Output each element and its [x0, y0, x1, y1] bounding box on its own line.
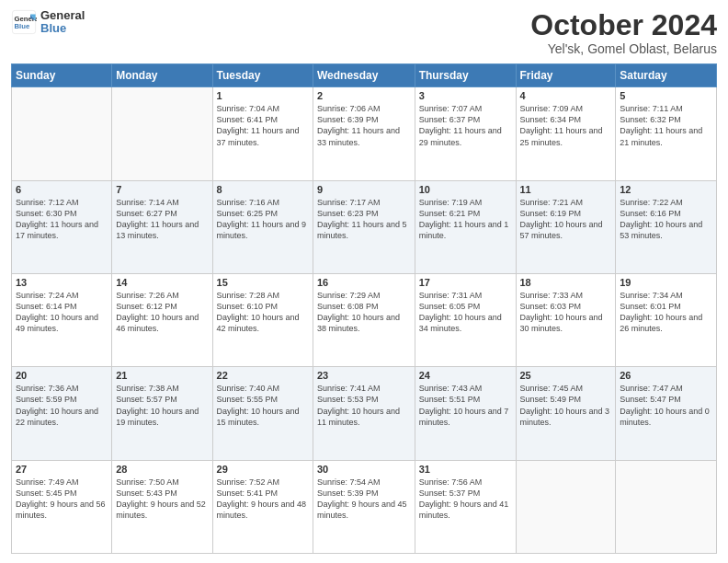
- day-info: Sunrise: 7:43 AM Sunset: 5:51 PM Dayligh…: [419, 383, 512, 428]
- day-number: 7: [116, 184, 208, 195]
- day-info: Sunrise: 7:19 AM Sunset: 6:21 PM Dayligh…: [419, 197, 512, 242]
- weekday-header-monday: Monday: [112, 64, 212, 87]
- week-row-0: 1Sunrise: 7:04 AM Sunset: 6:41 PM Daylig…: [12, 87, 717, 180]
- day-number: 10: [419, 184, 512, 195]
- day-number: 24: [419, 370, 512, 381]
- day-number: 13: [16, 277, 108, 288]
- day-number: 9: [317, 184, 411, 195]
- day-info: Sunrise: 7:49 AM Sunset: 5:45 PM Dayligh…: [16, 477, 108, 522]
- calendar-cell: 24Sunrise: 7:43 AM Sunset: 5:51 PM Dayli…: [415, 367, 516, 460]
- day-number: 29: [217, 464, 309, 475]
- day-info: Sunrise: 7:38 AM Sunset: 5:57 PM Dayligh…: [116, 383, 208, 428]
- calendar-cell: 5Sunrise: 7:11 AM Sunset: 6:32 PM Daylig…: [616, 87, 717, 180]
- day-number: 8: [217, 184, 309, 195]
- day-number: 1: [217, 90, 309, 101]
- svg-text:Blue: Blue: [15, 22, 30, 30]
- calendar-cell: 2Sunrise: 7:06 AM Sunset: 6:39 PM Daylig…: [313, 87, 415, 180]
- calendar-cell: [616, 460, 717, 553]
- day-number: 2: [317, 90, 411, 101]
- page: General Blue General Blue October 2024 Y…: [0, 0, 728, 563]
- day-info: Sunrise: 7:56 AM Sunset: 5:37 PM Dayligh…: [419, 477, 512, 522]
- calendar-cell: 13Sunrise: 7:24 AM Sunset: 6:14 PM Dayli…: [12, 273, 112, 366]
- calendar-table: SundayMondayTuesdayWednesdayThursdayFrid…: [11, 63, 717, 554]
- week-row-2: 13Sunrise: 7:24 AM Sunset: 6:14 PM Dayli…: [12, 273, 717, 366]
- day-number: 4: [520, 90, 612, 101]
- day-number: 12: [620, 184, 712, 195]
- calendar-cell: 26Sunrise: 7:47 AM Sunset: 5:47 PM Dayli…: [616, 367, 717, 460]
- day-number: 19: [620, 277, 712, 288]
- day-info: Sunrise: 7:24 AM Sunset: 6:14 PM Dayligh…: [16, 290, 108, 335]
- weekday-header-row: SundayMondayTuesdayWednesdayThursdayFrid…: [12, 64, 717, 87]
- location: Yel'sk, Gomel Oblast, Belarus: [530, 41, 717, 56]
- day-info: Sunrise: 7:06 AM Sunset: 6:39 PM Dayligh…: [317, 103, 411, 148]
- calendar-cell: 25Sunrise: 7:45 AM Sunset: 5:49 PM Dayli…: [516, 367, 616, 460]
- day-info: Sunrise: 7:47 AM Sunset: 5:47 PM Dayligh…: [620, 383, 712, 428]
- day-number: 25: [520, 370, 612, 381]
- day-info: Sunrise: 7:45 AM Sunset: 5:49 PM Dayligh…: [520, 383, 612, 428]
- calendar-cell: 29Sunrise: 7:52 AM Sunset: 5:41 PM Dayli…: [212, 460, 313, 553]
- logo: General Blue General Blue: [11, 9, 85, 36]
- calendar-cell: [516, 460, 616, 553]
- day-info: Sunrise: 7:09 AM Sunset: 6:34 PM Dayligh…: [520, 103, 612, 148]
- day-info: Sunrise: 7:26 AM Sunset: 6:12 PM Dayligh…: [116, 290, 208, 335]
- day-info: Sunrise: 7:11 AM Sunset: 6:32 PM Dayligh…: [620, 103, 712, 148]
- day-number: 6: [16, 184, 108, 195]
- day-info: Sunrise: 7:52 AM Sunset: 5:41 PM Dayligh…: [217, 477, 309, 522]
- day-info: Sunrise: 7:50 AM Sunset: 5:43 PM Dayligh…: [116, 477, 208, 522]
- calendar-cell: 28Sunrise: 7:50 AM Sunset: 5:43 PM Dayli…: [112, 460, 212, 553]
- month-title: October 2024: [530, 9, 717, 41]
- calendar-cell: 27Sunrise: 7:49 AM Sunset: 5:45 PM Dayli…: [12, 460, 112, 553]
- day-info: Sunrise: 7:41 AM Sunset: 5:53 PM Dayligh…: [317, 383, 411, 428]
- day-number: 5: [620, 90, 712, 101]
- calendar-cell: [12, 87, 112, 180]
- day-info: Sunrise: 7:54 AM Sunset: 5:39 PM Dayligh…: [317, 477, 411, 522]
- day-info: Sunrise: 7:16 AM Sunset: 6:25 PM Dayligh…: [217, 197, 309, 242]
- calendar-cell: [112, 87, 212, 180]
- day-number: 27: [16, 464, 108, 475]
- day-number: 3: [419, 90, 512, 101]
- day-number: 20: [16, 370, 108, 381]
- calendar-cell: 9Sunrise: 7:17 AM Sunset: 6:23 PM Daylig…: [313, 180, 415, 273]
- weekday-header-wednesday: Wednesday: [313, 64, 415, 87]
- logo-blue: Blue: [40, 22, 85, 35]
- calendar-cell: 6Sunrise: 7:12 AM Sunset: 6:30 PM Daylig…: [12, 180, 112, 273]
- day-info: Sunrise: 7:07 AM Sunset: 6:37 PM Dayligh…: [419, 103, 512, 148]
- day-info: Sunrise: 7:29 AM Sunset: 6:08 PM Dayligh…: [317, 290, 411, 335]
- calendar-cell: 15Sunrise: 7:28 AM Sunset: 6:10 PM Dayli…: [212, 273, 313, 366]
- title-block: October 2024 Yel'sk, Gomel Oblast, Belar…: [530, 9, 717, 56]
- week-row-4: 27Sunrise: 7:49 AM Sunset: 5:45 PM Dayli…: [12, 460, 717, 553]
- day-number: 22: [217, 370, 309, 381]
- day-info: Sunrise: 7:31 AM Sunset: 6:05 PM Dayligh…: [419, 290, 512, 335]
- calendar-cell: 17Sunrise: 7:31 AM Sunset: 6:05 PM Dayli…: [415, 273, 516, 366]
- calendar-cell: 7Sunrise: 7:14 AM Sunset: 6:27 PM Daylig…: [112, 180, 212, 273]
- day-info: Sunrise: 7:14 AM Sunset: 6:27 PM Dayligh…: [116, 197, 208, 242]
- day-number: 21: [116, 370, 208, 381]
- day-info: Sunrise: 7:22 AM Sunset: 6:16 PM Dayligh…: [620, 197, 712, 242]
- day-number: 11: [520, 184, 612, 195]
- day-info: Sunrise: 7:40 AM Sunset: 5:55 PM Dayligh…: [217, 383, 309, 428]
- day-number: 18: [520, 277, 612, 288]
- logo-general: General: [40, 9, 85, 22]
- day-info: Sunrise: 7:12 AM Sunset: 6:30 PM Dayligh…: [16, 197, 108, 242]
- weekday-header-tuesday: Tuesday: [212, 64, 313, 87]
- calendar-cell: 4Sunrise: 7:09 AM Sunset: 6:34 PM Daylig…: [516, 87, 616, 180]
- weekday-header-friday: Friday: [516, 64, 616, 87]
- day-info: Sunrise: 7:21 AM Sunset: 6:19 PM Dayligh…: [520, 197, 612, 242]
- calendar-cell: 8Sunrise: 7:16 AM Sunset: 6:25 PM Daylig…: [212, 180, 313, 273]
- day-number: 14: [116, 277, 208, 288]
- weekday-header-saturday: Saturday: [616, 64, 717, 87]
- calendar-cell: 21Sunrise: 7:38 AM Sunset: 5:57 PM Dayli…: [112, 367, 212, 460]
- calendar-cell: 31Sunrise: 7:56 AM Sunset: 5:37 PM Dayli…: [415, 460, 516, 553]
- day-number: 23: [317, 370, 411, 381]
- calendar-cell: 23Sunrise: 7:41 AM Sunset: 5:53 PM Dayli…: [313, 367, 415, 460]
- day-number: 31: [419, 464, 512, 475]
- day-info: Sunrise: 7:17 AM Sunset: 6:23 PM Dayligh…: [317, 197, 411, 242]
- week-row-1: 6Sunrise: 7:12 AM Sunset: 6:30 PM Daylig…: [12, 180, 717, 273]
- day-info: Sunrise: 7:28 AM Sunset: 6:10 PM Dayligh…: [217, 290, 309, 335]
- week-row-3: 20Sunrise: 7:36 AM Sunset: 5:59 PM Dayli…: [12, 367, 717, 460]
- weekday-header-sunday: Sunday: [12, 64, 112, 87]
- day-number: 26: [620, 370, 712, 381]
- logo-text: General Blue: [40, 9, 85, 36]
- calendar-cell: 1Sunrise: 7:04 AM Sunset: 6:41 PM Daylig…: [212, 87, 313, 180]
- day-number: 15: [217, 277, 309, 288]
